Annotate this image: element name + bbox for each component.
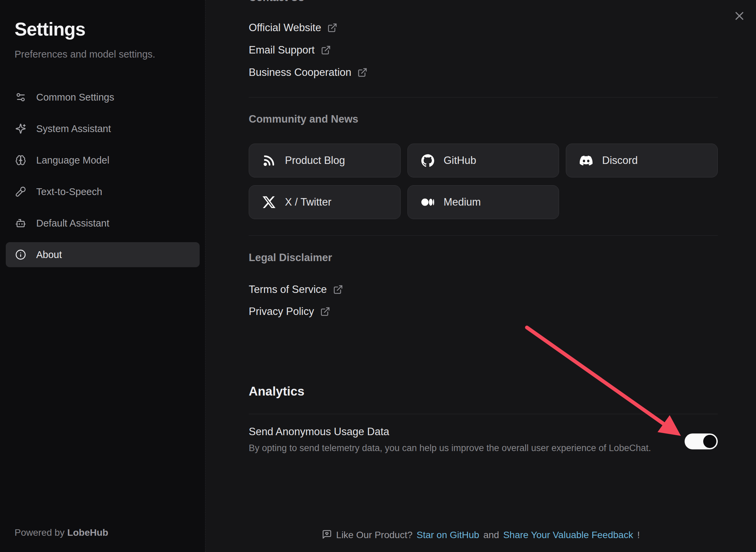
telemetry-texts: Send Anonymous Usage Data By opting to s…: [249, 424, 651, 455]
info-icon: [15, 249, 26, 260]
community-heading: Community and News: [249, 112, 358, 127]
link-label: Business Cooperation: [249, 66, 351, 79]
link-label: Email Support: [249, 44, 315, 56]
sparkles-icon: [15, 123, 26, 134]
button-label: GitHub: [444, 154, 476, 167]
button-label: Product Blog: [285, 154, 345, 167]
medium-button[interactable]: Medium: [407, 185, 559, 219]
close-button[interactable]: [732, 8, 747, 24]
legal-links: Terms of Service Privacy Policy: [249, 282, 343, 319]
external-link-icon: [321, 45, 331, 55]
telemetry-toggle[interactable]: [685, 433, 718, 449]
sidebar-item-common-settings[interactable]: Common Settings: [6, 85, 200, 110]
external-link-icon: [357, 67, 368, 78]
feedback-footer: Like Our Product? Star on GitHub and Sha…: [206, 528, 756, 543]
settings-modal: Settings Preferences and model settings.…: [0, 0, 756, 552]
button-label: Discord: [602, 154, 638, 167]
footer-middle: and: [483, 530, 499, 540]
sidebar-item-label: Language Model: [36, 155, 109, 166]
medium-icon: [421, 196, 434, 209]
powered-by: Powered by LobeHub: [15, 527, 108, 538]
link-label: Terms of Service: [249, 283, 327, 296]
share-feedback-link[interactable]: Share Your Valuable Feedback: [503, 530, 633, 540]
settings-nav: Common Settings System Assistant Languag…: [6, 85, 200, 267]
telemetry-label: Send Anonymous Usage Data: [249, 424, 651, 440]
sidebar-item-label: Common Settings: [36, 92, 114, 103]
lobehub-brand: LobeHub: [67, 527, 108, 538]
external-link-icon: [327, 23, 337, 33]
email-support-link[interactable]: Email Support: [249, 42, 368, 58]
button-label: Medium: [444, 196, 481, 208]
business-cooperation-link[interactable]: Business Cooperation: [249, 65, 368, 80]
close-icon: [734, 10, 745, 22]
external-link-icon: [320, 306, 330, 317]
sidebar-item-language-model[interactable]: Language Model: [6, 148, 200, 173]
powered-by-text: Powered by: [15, 527, 65, 538]
sidebar-item-label: Default Assistant: [36, 218, 109, 229]
star-on-github-link[interactable]: Star on GitHub: [417, 530, 479, 540]
bot-icon: [15, 218, 26, 229]
link-label: Privacy Policy: [249, 305, 314, 318]
community-buttons: Product Blog GitHub Discord X / Twitter: [249, 144, 718, 219]
brain-icon: [15, 155, 26, 166]
page-title: Settings: [15, 18, 199, 40]
mic-icon: [15, 186, 26, 197]
discord-icon: [580, 154, 593, 167]
x-twitter-button[interactable]: X / Twitter: [249, 185, 401, 219]
rss-icon: [263, 154, 275, 167]
toggle-knob: [703, 435, 716, 448]
section-divider: [249, 414, 718, 414]
discord-button[interactable]: Discord: [566, 144, 718, 177]
analytics-heading: Analytics: [249, 383, 305, 400]
telemetry-setting: Send Anonymous Usage Data By opting to s…: [249, 424, 718, 455]
sidebar-item-label: About: [36, 249, 62, 260]
legal-heading: Legal Disclaimer: [249, 250, 332, 265]
product-blog-button[interactable]: Product Blog: [249, 144, 401, 177]
footer-prefix: Like Our Product?: [336, 530, 413, 540]
contact-links: Official Website Email Support Business …: [249, 20, 368, 80]
section-divider: [249, 97, 718, 98]
page-subtitle: Preferences and model settings.: [15, 49, 199, 60]
x-logo-icon: [263, 196, 275, 209]
sidebar-item-default-assistant[interactable]: Default Assistant: [6, 211, 200, 236]
section-divider: [249, 235, 718, 236]
message-square-heart-icon: [322, 529, 332, 541]
contact-us-heading: Contact Us: [249, 0, 718, 4]
privacy-policy-link[interactable]: Privacy Policy: [249, 304, 343, 319]
sliders-icon: [15, 92, 26, 103]
external-link-icon: [333, 284, 343, 295]
button-label: X / Twitter: [285, 196, 331, 208]
sidebar-item-system-assistant[interactable]: System Assistant: [6, 116, 200, 141]
footer-suffix: !: [637, 530, 640, 540]
sidebar-item-about[interactable]: About: [6, 242, 200, 267]
terms-of-service-link[interactable]: Terms of Service: [249, 282, 343, 297]
settings-sidebar: Settings Preferences and model settings.…: [0, 0, 205, 552]
sidebar-item-label: Text-to-Speech: [36, 186, 102, 197]
link-label: Official Website: [249, 22, 321, 34]
official-website-link[interactable]: Official Website: [249, 20, 368, 36]
github-icon: [421, 154, 434, 167]
github-button[interactable]: GitHub: [407, 144, 559, 177]
sidebar-item-text-to-speech[interactable]: Text-to-Speech: [6, 179, 200, 204]
sidebar-item-label: System Assistant: [36, 123, 111, 134]
telemetry-description: By opting to send telemetry data, you ca…: [249, 441, 651, 455]
about-panel: Contact Us Official Website Email Suppor…: [206, 0, 756, 552]
